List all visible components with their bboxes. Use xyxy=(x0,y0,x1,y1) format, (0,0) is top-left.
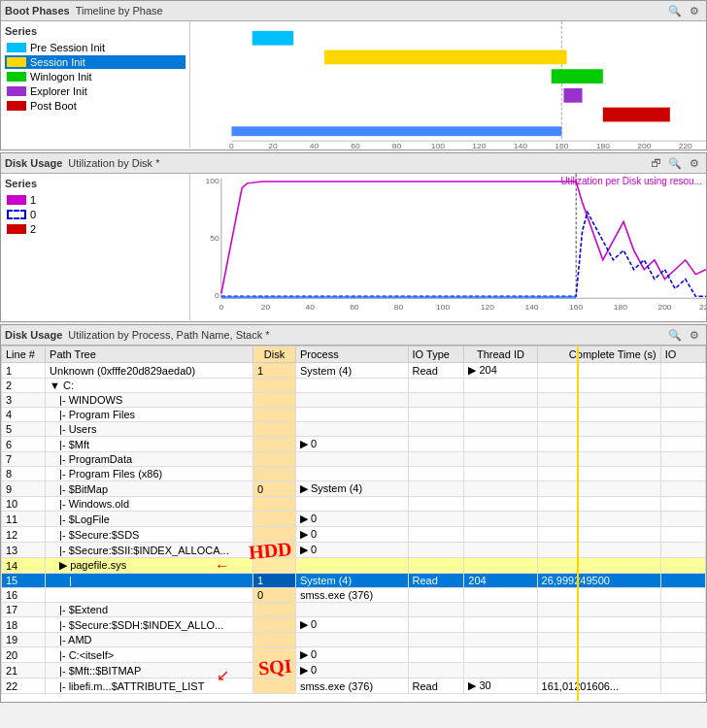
cell-process xyxy=(295,408,408,422)
cell-line: 12 xyxy=(2,527,46,543)
cell-process: smss.exe (376) xyxy=(295,678,408,694)
gear-icon[interactable]: ⚙ xyxy=(687,3,702,18)
cell-complete xyxy=(537,422,660,437)
series-item-winlogon[interactable]: Winlogon Init xyxy=(5,70,185,83)
svg-text:80: 80 xyxy=(394,303,404,312)
svg-text:100: 100 xyxy=(431,142,446,149)
svg-text:160: 160 xyxy=(569,303,584,312)
cell-line: 14 xyxy=(2,558,46,574)
cell-io xyxy=(660,574,705,588)
col-header-line[interactable]: Line # xyxy=(2,347,46,363)
cell-iotype xyxy=(408,527,464,543)
cell-complete xyxy=(537,543,660,558)
svg-text:220: 220 xyxy=(699,303,706,312)
cell-disk xyxy=(252,543,295,558)
series-item-explorer[interactable]: Explorer Init xyxy=(5,84,185,98)
cell-process: ▶ 0 xyxy=(295,617,408,633)
disk2-table-container[interactable]: Line # Path Tree Disk Process IO Type Th… xyxy=(1,346,706,701)
svg-text:40: 40 xyxy=(310,142,320,149)
svg-text:200: 200 xyxy=(657,303,672,312)
col-header-thread[interactable]: Thread ID xyxy=(464,347,537,363)
gear-icon2[interactable]: ⚙ xyxy=(687,155,702,171)
search-icon3[interactable]: 🔍 xyxy=(667,327,683,343)
cell-complete xyxy=(537,558,660,574)
svg-rect-16 xyxy=(552,69,603,83)
cell-io xyxy=(660,481,705,497)
table-row: 6 |- $Mft ▶ 0 xyxy=(2,437,706,452)
table-row: 8 |- Program Files (x86) xyxy=(2,467,706,481)
cell-disk xyxy=(252,617,295,633)
series-label-disk2: 2 xyxy=(30,223,36,235)
cell-line: 21 xyxy=(2,663,46,678)
series-disk1[interactable]: 1 xyxy=(5,193,185,207)
gear-icon3[interactable]: ⚙ xyxy=(687,327,702,343)
cell-path: |- C:<itself> xyxy=(46,647,253,663)
series-color-postboot xyxy=(7,101,26,111)
boot-series-header: Series xyxy=(5,25,185,37)
cell-complete: 161,01201606... xyxy=(537,678,660,694)
cell-path: |- libefi.m...$ATTRIBUTE_LIST xyxy=(46,678,253,694)
series-item-sessioninit[interactable]: Session Init xyxy=(5,55,185,69)
svg-rect-15 xyxy=(324,50,567,65)
cell-complete xyxy=(537,481,660,497)
cell-thread xyxy=(464,588,537,603)
cell-io xyxy=(660,603,705,617)
cell-line: 17 xyxy=(2,603,46,617)
cell-path: |- $Extend xyxy=(46,603,253,617)
series-item-postboot[interactable]: Post Boot xyxy=(5,99,185,113)
cell-io xyxy=(660,467,705,481)
cell-thread xyxy=(464,379,537,393)
window-icon[interactable]: 🗗 xyxy=(648,155,663,171)
cell-process: ▶ 0 xyxy=(295,543,408,558)
cell-io xyxy=(660,663,705,678)
series-disk2[interactable]: 2 xyxy=(5,222,185,236)
cell-complete xyxy=(537,588,660,603)
disk-usage2-content: HDD ← SQI ↙ Line # Path Tree Disk Proces… xyxy=(1,346,706,701)
cell-line: 20 xyxy=(2,647,46,663)
cell-thread xyxy=(464,647,537,663)
cell-io xyxy=(660,512,705,527)
col-header-disk[interactable]: Disk xyxy=(252,347,295,363)
cell-path: Unknown (0xfffe20d829aeda0) xyxy=(46,363,253,379)
col-header-process[interactable]: Process xyxy=(295,347,408,363)
cell-iotype xyxy=(408,393,464,408)
cell-complete xyxy=(537,663,660,678)
cell-disk xyxy=(252,633,295,647)
series-color-sessioninit xyxy=(7,57,26,67)
cell-complete xyxy=(537,452,660,467)
table-row: 21 |- $Mft::$BITMAP ▶ 0 xyxy=(2,663,706,678)
col-header-path[interactable]: Path Tree xyxy=(46,347,253,363)
cell-iotype xyxy=(408,467,464,481)
cell-iotype xyxy=(408,481,464,497)
cell-path: |- Program Files (x86) xyxy=(46,467,253,481)
cell-io xyxy=(660,543,705,558)
cell-disk xyxy=(252,379,295,393)
cell-path xyxy=(46,588,253,603)
cell-path: |- Program Files xyxy=(46,408,253,422)
col-header-io[interactable]: IO xyxy=(660,347,705,363)
svg-text:40: 40 xyxy=(305,303,315,312)
disk-usage2-subtitle: Utilization by Process, Path Name, Stack… xyxy=(68,329,269,341)
table-row: 4 |- Program Files xyxy=(2,408,706,422)
boot-phases-icons: 🔍 ⚙ xyxy=(667,3,702,18)
series-color-disk0 xyxy=(7,210,26,219)
series-disk0[interactable]: 0 xyxy=(5,208,185,221)
search-icon[interactable]: 🔍 xyxy=(667,3,683,18)
svg-text:140: 140 xyxy=(524,303,539,312)
cell-process: System (4) xyxy=(295,363,408,379)
cell-iotype xyxy=(408,663,464,678)
cell-disk: 1 xyxy=(252,574,295,588)
series-color-presession xyxy=(7,43,26,52)
cell-iotype xyxy=(408,558,464,574)
cell-path: |- $Mft::$BITMAP xyxy=(46,663,253,678)
col-header-complete[interactable]: Complete Time (s) xyxy=(537,347,660,363)
search-icon2[interactable]: 🔍 xyxy=(667,155,683,171)
cell-line: 5 xyxy=(2,422,46,437)
cell-disk xyxy=(252,663,295,678)
series-color-explorer xyxy=(7,86,26,96)
col-header-iotype[interactable]: IO Type xyxy=(408,347,464,363)
table-row: 10 |- Windows.old xyxy=(2,497,706,512)
series-item-presession[interactable]: Pre Session Init xyxy=(5,41,185,54)
cell-path: |- Windows.old xyxy=(46,497,253,512)
cell-path: |- $LogFile xyxy=(46,512,253,527)
